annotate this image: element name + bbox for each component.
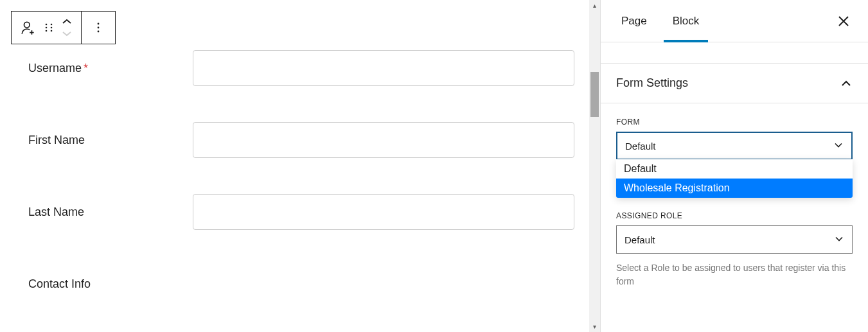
panel-title: Form Settings xyxy=(616,76,688,90)
sidebar-tabs: Page Block xyxy=(601,0,868,42)
field-row-firstname: First Name xyxy=(28,122,574,158)
chevron-up-icon xyxy=(840,77,853,90)
section-contact-info: Contact Info xyxy=(28,266,574,302)
tab-page[interactable]: Page xyxy=(614,0,655,42)
form-select-label: FORM xyxy=(616,118,853,127)
drag-handle-icon xyxy=(44,22,54,33)
chevron-down-icon xyxy=(62,30,72,37)
user-plus-icon xyxy=(20,19,37,36)
role-select-value: Default xyxy=(624,234,655,245)
form-select-value: Default xyxy=(625,141,656,152)
dropdown-option-wholesale[interactable]: Wholesale Registration xyxy=(616,179,853,198)
form-select[interactable]: Default Default Wholesale Registration xyxy=(616,132,853,160)
role-select[interactable]: Default xyxy=(616,225,853,254)
block-type-button[interactable] xyxy=(17,16,40,39)
svg-point-2 xyxy=(51,24,53,26)
field-label: First Name xyxy=(28,134,193,147)
scroll-thumb[interactable] xyxy=(590,72,599,117)
username-input[interactable] xyxy=(193,50,574,86)
svg-point-1 xyxy=(46,24,48,26)
scroll-up-icon[interactable]: ▴ xyxy=(589,0,600,11)
block-toolbar xyxy=(11,11,116,44)
drag-handle[interactable] xyxy=(40,16,58,39)
form-dropdown: Default Wholesale Registration xyxy=(616,159,853,198)
form-preview: Username* First Name Last Name Contact I… xyxy=(0,50,600,332)
move-up-button[interactable] xyxy=(58,16,76,28)
panel-toggle-form-settings[interactable]: Form Settings xyxy=(601,64,868,103)
svg-point-0 xyxy=(24,22,30,28)
tab-block[interactable]: Block xyxy=(665,0,707,42)
lastname-input[interactable] xyxy=(193,194,574,230)
field-row-username: Username* xyxy=(28,50,574,86)
settings-sidebar: Page Block Form Settings FORM Default De… xyxy=(600,0,868,332)
svg-point-7 xyxy=(98,23,100,25)
dropdown-option-default[interactable]: Default xyxy=(616,159,853,179)
chevron-up-icon xyxy=(62,19,72,25)
close-sidebar-button[interactable] xyxy=(832,10,855,33)
field-row-lastname: Last Name xyxy=(28,194,574,230)
role-select-label: ASSIGNED ROLE xyxy=(616,211,853,220)
firstname-input[interactable] xyxy=(193,122,574,158)
move-down-button[interactable] xyxy=(58,28,76,39)
close-icon xyxy=(837,14,851,28)
field-label: Username* xyxy=(28,62,193,75)
role-help-text: Select a Role to be assigned to users th… xyxy=(616,261,853,288)
svg-point-4 xyxy=(51,27,53,29)
editor-canvas: Username* First Name Last Name Contact I… xyxy=(0,0,600,332)
chevron-down-icon xyxy=(834,234,844,246)
svg-point-9 xyxy=(98,31,100,33)
section-title: Contact Info xyxy=(28,277,91,291)
scrollbar[interactable]: ▴ ▾ xyxy=(589,0,600,332)
scroll-down-icon[interactable]: ▾ xyxy=(589,321,600,332)
svg-point-3 xyxy=(46,27,48,29)
field-label: Last Name xyxy=(28,205,193,219)
svg-point-6 xyxy=(51,30,53,32)
more-options-button[interactable] xyxy=(87,16,110,39)
more-vertical-icon xyxy=(92,21,105,34)
svg-point-8 xyxy=(98,27,100,29)
svg-point-5 xyxy=(46,30,48,32)
panel-body: FORM Default Default Wholesale Registrat… xyxy=(601,103,868,288)
chevron-down-icon xyxy=(833,140,844,152)
